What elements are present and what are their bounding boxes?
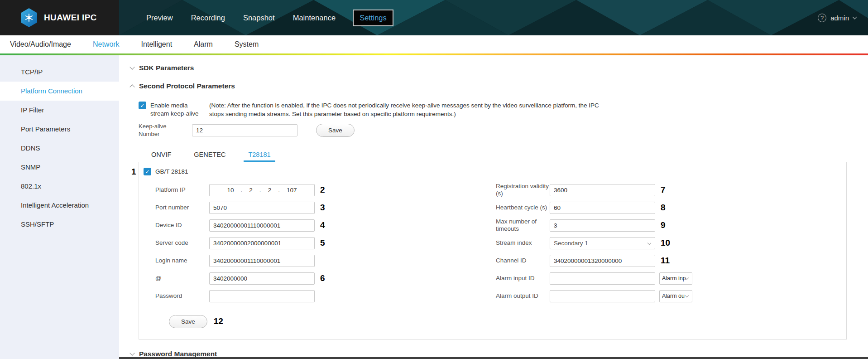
password-input[interactable] (209, 290, 315, 302)
annotation-5: 5 (320, 238, 325, 248)
sidebar: TCP/IP Platform Connection IP Filter Por… (0, 55, 119, 359)
nav-recording[interactable]: Recording (190, 10, 226, 26)
sidebar-item-ip-filter[interactable]: IP Filter (0, 101, 119, 120)
keepalive-number-label: Keep-alive Number (139, 123, 170, 138)
tab-alarm[interactable]: Alarm (194, 40, 213, 49)
gbt28181-checkbox[interactable]: ✓ (144, 168, 151, 175)
keepalive-save-button[interactable]: Save (316, 124, 355, 137)
keepalive-note: (Note: After the function is enabled, if… (209, 102, 608, 119)
nav-snapshot[interactable]: Snapshot (242, 10, 276, 26)
heartbeat-cycle-row: Heartbeat cycle (s) 8 (496, 202, 692, 214)
password-row: Password (155, 290, 496, 302)
keepalive-enable-row: ✓ Enable media stream keep-alive (Note: … (139, 102, 868, 119)
heartbeat-cycle-label: Heartbeat cycle (s) (496, 204, 550, 211)
t28181-save-button[interactable]: Save (169, 315, 207, 328)
sidebar-item-snmp[interactable]: SNMP (0, 158, 119, 177)
nav-maintenance[interactable]: Maintenance (292, 10, 336, 26)
chevron-down-icon (647, 241, 651, 244)
sidebar-item-ssh-sftp[interactable]: SSH/SFTP (0, 215, 119, 234)
tab-genetec[interactable]: GENETEC (189, 149, 230, 162)
sidebar-item-intelligent-acceleration[interactable]: Intelligent Acceleration (0, 196, 119, 215)
ip-octet-1[interactable]: 10 (227, 187, 234, 194)
alarm-output-id-input[interactable] (550, 290, 655, 302)
nav-settings[interactable]: Settings (353, 10, 393, 26)
check-icon: ✓ (140, 103, 144, 108)
user-menu[interactable]: admin (830, 14, 849, 22)
sidebar-item-platform-connection[interactable]: Platform Connection (0, 82, 119, 101)
annotation-3: 3 (320, 203, 325, 213)
max-timeouts-input[interactable] (550, 219, 655, 232)
protocol-tabs: ONVIF GENETEC T28181 (147, 149, 868, 162)
annotation-2: 2 (320, 185, 325, 195)
help-icon[interactable]: ? (818, 14, 826, 22)
sidebar-item-port-parameters[interactable]: Port Parameters (0, 120, 119, 139)
max-timeouts-label: Max number of timeouts (496, 218, 550, 233)
settings-subnav: Video/Audio/Image Network Intelligent Al… (0, 35, 868, 53)
tab-intelligent[interactable]: Intelligent (141, 40, 173, 49)
stream-index-select[interactable]: Secondary 1 (550, 237, 655, 249)
stream-index-row: Stream index Secondary 1 10 (496, 237, 692, 249)
heartbeat-cycle-input[interactable] (550, 202, 655, 214)
at-input[interactable] (209, 272, 315, 285)
tab-system[interactable]: System (235, 40, 259, 49)
main-nav: Preview Recording Snapshot Maintenance S… (145, 10, 393, 26)
gbt28181-label: GB/T 28181 (155, 168, 188, 175)
enable-keepalive-checkbox[interactable]: ✓ (139, 102, 146, 109)
tab-t28181[interactable]: T28181 (244, 149, 275, 162)
server-code-input[interactable] (209, 237, 315, 249)
ip-separator: . (259, 187, 261, 194)
chevron-down-icon (129, 350, 134, 355)
tab-onvif[interactable]: ONVIF (147, 149, 176, 162)
sidebar-item-8021x[interactable]: 802.1x (0, 177, 119, 196)
keepalive-number-row: Keep-alive Number Save (139, 123, 868, 138)
tab-network[interactable]: Network (93, 40, 120, 49)
chevron-down-icon (129, 64, 134, 69)
section-second-protocol-parameters[interactable]: Second Protocol Parameters (119, 77, 868, 95)
alarm-input-dropdown[interactable]: Alarm inp (659, 272, 692, 285)
alarm-input-id-row: Alarm input ID Alarm inp (496, 272, 692, 285)
sidebar-item-ddns[interactable]: DDNS (0, 139, 119, 158)
annotation-7: 7 (661, 185, 666, 195)
ip-octet-4[interactable]: 107 (287, 187, 297, 194)
login-name-row: Login name (155, 255, 496, 267)
huawei-logo-icon (20, 8, 38, 28)
chevron-up-icon (129, 84, 134, 89)
server-code-label: Server code (155, 239, 209, 247)
stream-index-value: Secondary 1 (554, 240, 588, 247)
tab-video-audio-image[interactable]: Video/Audio/Image (10, 40, 71, 49)
check-icon: ✓ (145, 169, 149, 175)
server-code-row: Server code 5 (155, 237, 496, 249)
section-title: Second Protocol Parameters (139, 82, 235, 90)
channel-id-label: Channel ID (496, 257, 550, 264)
port-number-input[interactable] (209, 202, 315, 214)
ip-octet-2[interactable]: 2 (249, 187, 253, 194)
platform-ip-label: Platform IP (155, 186, 209, 194)
at-row: @ 6 (155, 272, 496, 285)
keepalive-number-input[interactable] (192, 124, 297, 136)
annotation-9: 9 (661, 220, 666, 230)
chevron-down-icon (853, 15, 857, 19)
alarm-input-id-input[interactable] (550, 272, 655, 285)
topbar-right: ? admin (818, 0, 856, 35)
section-sdk-parameters[interactable]: SDK Parameters (119, 59, 868, 77)
sidebar-item-tcpip[interactable]: TCP/IP (0, 63, 119, 82)
ip-octet-3[interactable]: 2 (268, 187, 272, 194)
chevron-down-icon (685, 293, 689, 297)
alarm-output-id-label: Alarm output ID (496, 292, 550, 300)
nav-preview[interactable]: Preview (145, 10, 174, 26)
channel-id-row: Channel ID 11 (496, 255, 692, 267)
annotation-6: 6 (320, 273, 325, 283)
page: HUAWEI IPC Preview Recording Snapshot Ma… (0, 0, 868, 359)
registration-validity-input[interactable] (550, 184, 655, 196)
alarm-output-dropdown[interactable]: Alarm ou (659, 290, 692, 302)
t28181-panel: 1 ✓ GB/T 28181 Platform IP 10 . (139, 162, 847, 340)
keepalive-checkbox-label: Enable media stream keep-alive (150, 102, 201, 119)
device-id-input[interactable] (209, 219, 315, 232)
form-right-column: Registration validity (s) 7 Heartbeat cy… (496, 184, 692, 328)
login-name-input[interactable] (209, 255, 315, 267)
channel-id-input[interactable] (550, 255, 655, 267)
brand: HUAWEI IPC (0, 0, 119, 35)
platform-ip-input[interactable]: 10 . 2 . 2 . 107 (209, 184, 315, 196)
section-title: SDK Parameters (139, 64, 194, 72)
port-number-row: Port number 3 (155, 202, 496, 214)
